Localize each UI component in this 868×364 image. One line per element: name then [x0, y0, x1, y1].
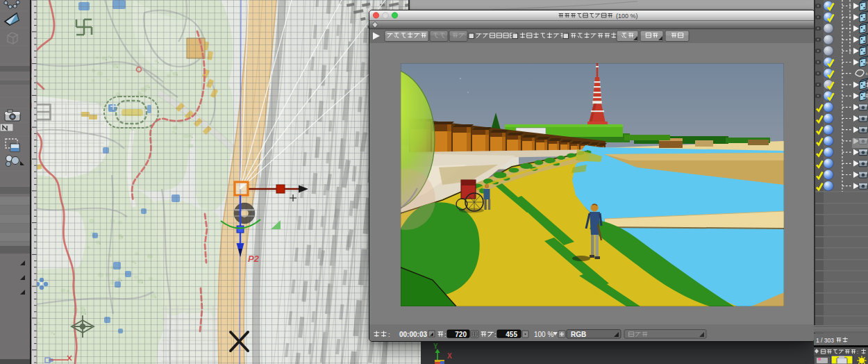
svg-text:X: X	[447, 352, 452, 360]
svg-text:455: 455	[506, 331, 517, 338]
svg-text:RGB: RGB	[571, 331, 586, 338]
svg-text::: :	[857, 349, 858, 355]
svg-text::: :	[444, 331, 446, 338]
svg-text:P2: P2	[248, 254, 260, 264]
svg-text::: :	[494, 331, 496, 338]
svg-text:100 %: 100 %	[534, 331, 553, 338]
svg-text:720: 720	[455, 331, 467, 338]
svg-text:1 / 303: 1 / 303	[816, 337, 834, 344]
svg-text:+/: +/	[865, 72, 868, 76]
svg-text::: :	[388, 331, 390, 338]
svg-text:+7: +7	[865, 60, 868, 65]
svg-text:(100 %): (100 %)	[616, 13, 638, 19]
svg-text:00:00:03: 00:00:03	[399, 331, 427, 338]
